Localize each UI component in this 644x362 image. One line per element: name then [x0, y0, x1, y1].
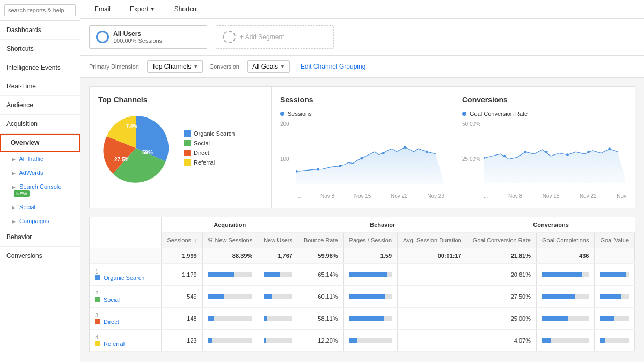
conversions-panel: Conversions Goal Conversion Rate 50.00% … — [453, 87, 635, 208]
pages-val-4 — [398, 330, 467, 352]
goal-comp-bar-4 — [536, 330, 594, 352]
main-content: Email Export ▼ Shortcut All Users 100.00… — [80, 0, 644, 362]
goal-conv-val-3: 25.00% — [467, 308, 536, 330]
bounce-rate-bar-2 — [343, 286, 398, 308]
sidebar-item-intelligence[interactable]: Intelligence Events — [0, 58, 80, 77]
svg-point-15 — [545, 151, 548, 153]
shortcut-button[interactable]: Shortcut — [169, 3, 204, 15]
th-goal-conversion-rate: Goal Conversion Rate — [467, 233, 536, 248]
conversions-title: Conversions — [462, 95, 626, 104]
sidebar-item-realtime[interactable]: Real-Time — [0, 77, 80, 96]
conversions-legend: Goal Conversion Rate — [462, 110, 626, 117]
total-goal-conversion-rate: 21.81% — [467, 248, 536, 264]
sessions-val-4: 123 — [162, 330, 202, 352]
primary-dimension-select[interactable]: Top Channels ▼ — [147, 60, 203, 73]
sessions-legend: Sessions — [280, 110, 444, 117]
sidebar-item-adwords[interactable]: ▶ AdWords — [0, 166, 80, 180]
charts-row: Top Channels 59% 27.5% 7.4% — [89, 86, 635, 208]
svg-point-5 — [317, 168, 319, 171]
sidebar-item-campaigns[interactable]: ▶ Campaigns — [0, 214, 80, 228]
total-label — [90, 248, 162, 264]
goal-comp-bar-1 — [536, 264, 594, 286]
legend-direct: Direct — [184, 150, 235, 156]
caret-icon: ▼ — [150, 6, 155, 12]
goal-conv-val-2: 27.50% — [467, 286, 536, 308]
th-avg-session-duration: Avg. Session Duration — [398, 233, 467, 248]
conversions-chart-area: 50.00% 25.00% — [462, 121, 626, 191]
conversions-x-labels: ... Nov 8 Nov 15 Nov 22 Nov — [462, 193, 626, 199]
svg-point-6 — [339, 165, 341, 167]
all-users-segment[interactable]: All Users 100.00% Sessions — [89, 25, 207, 49]
new-badge: NEW — [14, 190, 30, 197]
channel-color-social — [95, 297, 100, 302]
svg-point-13 — [503, 155, 506, 158]
sidebar-item-behavior[interactable]: Behavior — [0, 228, 80, 247]
pages-val-3 — [398, 308, 467, 330]
referral-link[interactable]: Referral — [95, 341, 156, 347]
direct-link[interactable]: Direct — [95, 319, 156, 325]
email-button[interactable]: Email — [89, 3, 116, 15]
svg-point-9 — [404, 146, 407, 149]
sidebar: Dashboards Shortcuts Intelligence Events… — [0, 0, 80, 362]
new-users-bar-1 — [258, 264, 298, 286]
data-table: Acquisition Behavior Conversions Session… — [90, 217, 635, 352]
sessions-bar-3 — [202, 308, 258, 330]
export-button[interactable]: Export ▼ — [125, 3, 160, 15]
sidebar-item-acquisition[interactable]: Acquisition — [0, 115, 80, 134]
svg-point-17 — [587, 151, 590, 153]
add-segment-icon — [223, 31, 236, 43]
new-users-bar-2 — [258, 286, 298, 308]
sidebar-item-social[interactable]: ▶ Social — [0, 200, 80, 214]
sessions-title: Sessions — [280, 95, 444, 104]
bounce-rate-bar-3 — [343, 308, 398, 330]
total-pages-per-session: 1.59 — [343, 248, 398, 264]
add-segment-label: + Add Segment — [240, 33, 327, 41]
caret-icon: ▼ — [193, 64, 198, 69]
legend-dot-social — [184, 140, 191, 146]
sidebar-item-dashboards[interactable]: Dashboards — [0, 21, 80, 40]
goal-conv-val-1: 20.61% — [467, 264, 536, 286]
segment-circle-icon — [96, 31, 109, 43]
sidebar-item-all-traffic[interactable]: ▶ All Traffic — [0, 152, 80, 166]
search-input[interactable] — [4, 4, 76, 16]
filter-bar: Primary Dimension: Top Channels ▼ Conver… — [80, 56, 644, 78]
goal-val-bar-1 — [595, 264, 635, 286]
pages-val-1 — [398, 264, 467, 286]
row-rank-3: 3 — [95, 312, 98, 319]
conv-y-25: 25.00% — [462, 156, 480, 162]
sidebar-item-audience[interactable]: Audience — [0, 96, 80, 115]
total-bounce-rate: 59.98% — [298, 248, 343, 264]
sessions-panel: Sessions Sessions 200 100 — [272, 87, 453, 208]
social-link[interactable]: Social — [95, 297, 156, 303]
svg-point-14 — [524, 151, 527, 153]
sidebar-item-search-console[interactable]: ▶ Search Console NEW — [0, 180, 80, 200]
bounce-rate-val-3: 58.11% — [298, 308, 343, 330]
svg-point-10 — [426, 150, 428, 153]
pie-legend: Organic Search Social Direct Referral — [184, 130, 235, 166]
legend-dot-direct — [184, 150, 191, 156]
conversions-dot — [462, 112, 466, 116]
table-row: 1 Organic Search 1,179 65.14% — [90, 264, 635, 286]
sidebar-item-overview[interactable]: Overview — [0, 134, 80, 152]
conversion-select[interactable]: All Goals ▼ — [247, 60, 290, 73]
bounce-rate-bar-4 — [343, 330, 398, 352]
channel-color-organic — [95, 275, 100, 280]
edit-channel-grouping-link[interactable]: Edit Channel Grouping — [301, 63, 365, 70]
row-rank-1: 1 — [95, 268, 98, 275]
add-segment[interactable]: + Add Segment — [216, 25, 334, 49]
goal-comp-bar-2 — [536, 286, 594, 308]
top-channels-panel: Top Channels 59% 27.5% 7.4% — [90, 87, 272, 208]
sessions-val-2: 549 — [162, 286, 202, 308]
sessions-chart-area: 200 100 — [280, 121, 444, 191]
svg-text:27.5%: 27.5% — [114, 157, 129, 162]
th-sessions: Sessions ↓ — [162, 233, 202, 248]
sidebar-item-shortcuts[interactable]: Shortcuts — [0, 40, 80, 58]
sessions-bar-1 — [202, 264, 258, 286]
sessions-bar-2 — [202, 286, 258, 308]
sessions-bar-4 — [202, 330, 258, 352]
sessions-line-svg — [296, 121, 444, 191]
legend-dot-organic — [184, 130, 191, 137]
organic-search-link[interactable]: Organic Search — [95, 275, 156, 281]
total-goal-completions: 436 — [536, 248, 594, 264]
sidebar-item-conversions[interactable]: Conversions — [0, 247, 80, 265]
